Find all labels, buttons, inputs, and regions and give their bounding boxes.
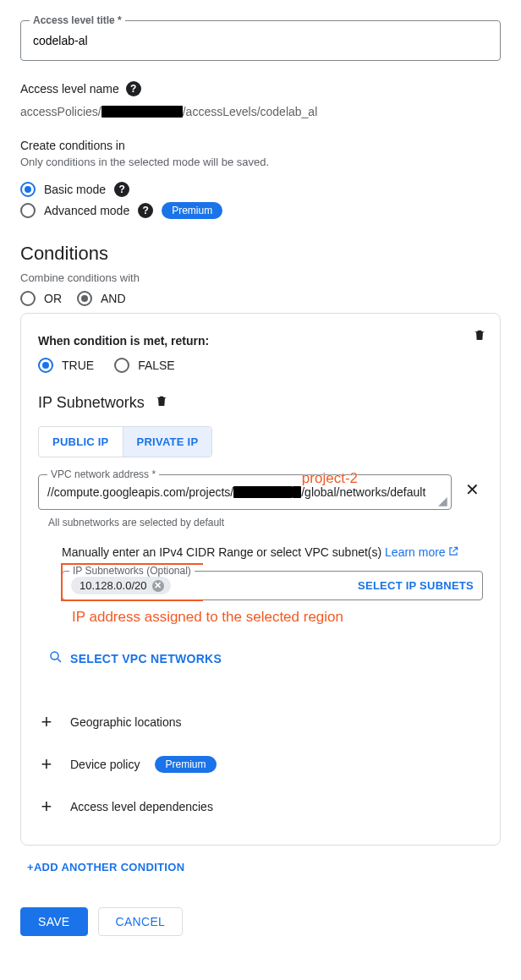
radio-selected-icon bbox=[77, 291, 92, 306]
access-level-title-label: Access level title * bbox=[30, 14, 125, 26]
plus-icon: + bbox=[38, 755, 55, 774]
learn-more-text: Learn more bbox=[385, 545, 446, 559]
combine-and-label: AND bbox=[101, 292, 126, 305]
search-icon bbox=[48, 649, 63, 667]
manual-cidr-prefix: Manually enter an IPv4 CIDR Range or sel… bbox=[62, 545, 385, 559]
plus-icon: + bbox=[38, 797, 55, 816]
help-icon[interactable]: ? bbox=[114, 182, 129, 197]
combine-label: Combine conditions with bbox=[20, 271, 501, 284]
path-mid: /accessLevels/ bbox=[183, 105, 260, 118]
save-button[interactable]: SAVE bbox=[20, 907, 88, 936]
resize-handle-icon[interactable]: ◢ bbox=[438, 494, 447, 507]
vpc-hint: All subnetworks are selected by default bbox=[48, 517, 483, 528]
subnet-chip: 10.128.0.0/20 ✕ bbox=[71, 577, 171, 594]
ip-subnetworks-field[interactable]: IP Subnetworks (Optional) 10.128.0.0/20 … bbox=[62, 571, 483, 600]
add-device-policy[interactable]: + Device policy Premium bbox=[38, 743, 483, 786]
create-conditions-hint: Only conditions in the selected mode wil… bbox=[20, 156, 501, 168]
radio-unselected-icon bbox=[114, 358, 129, 373]
create-conditions-label: Create conditions in bbox=[20, 139, 501, 152]
basic-mode-option[interactable]: Basic mode ? bbox=[20, 182, 501, 197]
delete-condition-icon[interactable] bbox=[473, 327, 486, 345]
svg-point-0 bbox=[51, 652, 58, 660]
public-ip-tab[interactable]: PUBLIC IP bbox=[39, 427, 123, 457]
redacted-project bbox=[233, 486, 293, 498]
remove-chip-icon[interactable]: ✕ bbox=[152, 580, 164, 592]
radio-unselected-icon bbox=[20, 203, 36, 218]
learn-more-link[interactable]: Learn more bbox=[385, 545, 459, 559]
geo-locations-label: Geographic locations bbox=[70, 715, 182, 729]
ip-type-tabs: PUBLIC IP PRIVATE IP bbox=[38, 426, 212, 457]
add-another-condition-button[interactable]: +ADD ANOTHER CONDITION bbox=[27, 861, 501, 873]
advanced-mode-option[interactable]: Advanced mode ? Premium bbox=[20, 202, 501, 219]
help-icon[interactable]: ? bbox=[126, 81, 141, 96]
remove-vpc-icon[interactable]: ✕ bbox=[462, 474, 483, 500]
ip-subnetworks-heading: IP Subnetworks bbox=[38, 393, 483, 413]
conditions-heading: Conditions bbox=[20, 243, 501, 265]
subnet-chip-text: 10.128.0.0/20 bbox=[80, 579, 147, 592]
vpc-address-field[interactable]: VPC network address * //compute.googleap… bbox=[38, 474, 452, 510]
plus-icon: + bbox=[38, 713, 55, 731]
combine-and-option[interactable]: AND bbox=[77, 291, 126, 306]
access-level-title-input[interactable] bbox=[31, 33, 490, 48]
annotation-project: project-2 bbox=[302, 470, 358, 487]
premium-badge: Premium bbox=[162, 202, 222, 219]
basic-mode-label: Basic mode bbox=[44, 183, 106, 196]
radio-unselected-icon bbox=[20, 291, 36, 306]
when-return-label: When condition is met, return: bbox=[38, 334, 483, 348]
private-ip-tab[interactable]: PRIVATE IP bbox=[123, 427, 212, 457]
access-deps-label: Access level dependencies bbox=[70, 800, 213, 813]
add-access-level-deps[interactable]: + Access level dependencies bbox=[38, 786, 483, 828]
combine-or-label: OR bbox=[44, 292, 62, 305]
annotation-ip-note: IP address assigned to the selected regi… bbox=[72, 609, 483, 626]
manual-cidr-text: Manually enter an IPv4 CIDR Range or sel… bbox=[62, 545, 483, 559]
path-prefix: accessPolicies/ bbox=[20, 105, 101, 118]
return-false-label: FALSE bbox=[138, 359, 175, 372]
add-geographic-locations[interactable]: + Geographic locations bbox=[38, 701, 483, 743]
condition-card: When condition is met, return: TRUE FALS… bbox=[20, 313, 501, 846]
access-level-name-label: Access level name ? bbox=[20, 81, 501, 96]
return-false-option[interactable]: FALSE bbox=[114, 358, 175, 373]
premium-badge: Premium bbox=[155, 756, 216, 773]
radio-selected-icon bbox=[20, 182, 36, 197]
radio-selected-icon bbox=[38, 358, 53, 373]
return-true-label: TRUE bbox=[62, 359, 94, 372]
path-suffix: codelab_al bbox=[260, 105, 318, 118]
vpc-address-label: VPC network address * bbox=[47, 468, 159, 480]
combine-or-option[interactable]: OR bbox=[20, 291, 62, 306]
cancel-button[interactable]: CANCEL bbox=[98, 907, 184, 936]
redacted-policy-id bbox=[101, 106, 183, 118]
help-icon[interactable]: ? bbox=[138, 203, 153, 218]
delete-subnetworks-icon[interactable] bbox=[155, 393, 168, 413]
return-true-option[interactable]: TRUE bbox=[38, 358, 94, 373]
select-vpc-text: SELECT VPC NETWORKS bbox=[70, 652, 222, 665]
redacted-project2 bbox=[293, 486, 301, 498]
ip-subnetworks-label: IP Subnetworks (Optional) bbox=[69, 565, 195, 577]
advanced-mode-label: Advanced mode bbox=[44, 204, 129, 217]
select-vpc-networks-button[interactable]: SELECT VPC NETWORKS bbox=[48, 649, 483, 667]
ip-subnetworks-text: IP Subnetworks bbox=[38, 394, 145, 412]
access-level-name-text: Access level name bbox=[20, 82, 119, 96]
vpc-address-prefix: //compute.googleapis.com/projects/ bbox=[47, 484, 233, 501]
access-level-title-field[interactable]: Access level title * bbox=[20, 20, 501, 61]
select-ip-subnets-button[interactable]: SELECT IP SUBNETS bbox=[358, 579, 474, 592]
device-policy-label: Device policy bbox=[70, 758, 140, 771]
access-level-path: accessPolicies/ /accessLevels/ codelab_a… bbox=[20, 105, 501, 118]
external-link-icon bbox=[447, 545, 459, 557]
